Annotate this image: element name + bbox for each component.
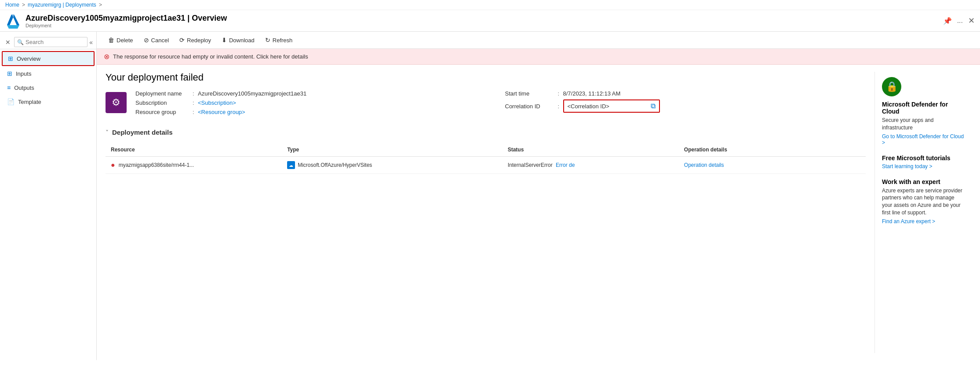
- refresh-button[interactable]: ↻ Refresh: [261, 34, 297, 46]
- top-bar: AzureDiscovery1005myazmigproject1ae31 | …: [0, 10, 980, 32]
- breadcrumb-resource[interactable]: myazuremigrg | Deployments: [28, 2, 96, 8]
- main-content: Your deployment failed ⚙ Deployment name…: [97, 65, 980, 360]
- row-operation-link[interactable]: Operation details: [684, 162, 724, 168]
- col-header-resource: Resource: [111, 147, 287, 153]
- type-icon: ☁: [287, 161, 295, 169]
- correlation-label: Correlation ID: [505, 103, 558, 110]
- deployment-icon: ⚙: [106, 92, 127, 113]
- redeploy-button[interactable]: ⟳ Redeploy: [175, 34, 215, 46]
- info-row-correlation: Correlation ID : <Correlation ID> ⧉: [505, 99, 866, 113]
- template-icon: 📄: [7, 98, 15, 105]
- resource-group-label: Resource group: [135, 109, 193, 115]
- resource-group-link[interactable]: <Resource group>: [198, 109, 245, 115]
- info-row-start-time: Start time : 8/7/2023, 11:12:13 AM: [505, 90, 866, 97]
- table-wrapper: Resource Type Status Operation details ●…: [106, 143, 866, 174]
- breadcrumb-sep2: >: [99, 2, 102, 8]
- info-right: Start time : 8/7/2023, 11:12:13 AM Corre…: [505, 90, 866, 115]
- sidebar-item-label-template: Template: [18, 99, 41, 105]
- row-resource-value: myazmigsapp6386site/rrn44-1...: [119, 162, 194, 168]
- defender-section: 🔒 Microsoft Defender for Cloud Secure yo…: [882, 77, 964, 146]
- row-status-value: InternalServerError: [508, 162, 553, 168]
- search-box[interactable]: 🔍: [14, 37, 87, 47]
- start-time-colon: :: [558, 90, 563, 97]
- sidebar-chevron-icon[interactable]: «: [89, 39, 93, 46]
- sidebar-item-label-overview: Overview: [17, 55, 40, 62]
- tutorials-link[interactable]: Start learning today >: [882, 163, 964, 169]
- table-row: ● myazmigsapp6386site/rrn44-1... ☁ Micro…: [106, 157, 866, 174]
- close-icon[interactable]: ✕: [968, 16, 975, 26]
- expert-desc: Azure experts are service provider partn…: [882, 187, 964, 217]
- expert-link[interactable]: Find an Azure expert >: [882, 218, 964, 224]
- breadcrumb-sep1: >: [22, 2, 25, 8]
- correlation-value: <Correlation ID>: [568, 103, 647, 110]
- tutorials-heading: Free Microsoft tutorials: [882, 155, 964, 162]
- svg-marker-1: [13, 15, 19, 25]
- alert-message: The response for resource had empty or i…: [113, 53, 308, 60]
- info-row-subscription: Subscription : <Subscription>: [135, 99, 496, 106]
- table-header: Resource Type Status Operation details: [106, 143, 866, 157]
- name-label: Deployment name: [135, 90, 193, 97]
- correlation-box: <Correlation ID> ⧉: [563, 99, 660, 113]
- col-status: InternalServerError Error de: [508, 162, 684, 168]
- row-error-link[interactable]: Error de: [556, 162, 575, 168]
- copy-icon[interactable]: ⧉: [651, 102, 656, 110]
- delete-button[interactable]: 🗑 Delete: [104, 34, 138, 46]
- defender-desc: Secure your apps and infrastructure: [882, 117, 964, 132]
- cancel-button[interactable]: ⊘ Cancel: [139, 34, 173, 46]
- cancel-icon: ⊘: [144, 37, 149, 44]
- tutorials-section: Free Microsoft tutorials Start learning …: [882, 155, 964, 169]
- alert-icon: ⊗: [104, 52, 109, 61]
- resource-group-colon: :: [193, 109, 198, 115]
- sidebar-item-label-inputs: Inputs: [16, 70, 31, 77]
- redeploy-icon: ⟳: [179, 37, 185, 44]
- svg-marker-3: [7, 15, 14, 25]
- pin-icon[interactable]: 📌: [943, 17, 952, 25]
- deployment-failed-title: Your deployment failed: [106, 72, 866, 83]
- col-header-status: Status: [508, 147, 684, 153]
- content-area: 🗑 Delete ⊘ Cancel ⟳ Redeploy ⬇ Download …: [97, 32, 980, 360]
- defender-heading: Microsoft Defender for Cloud: [882, 101, 964, 115]
- sidebar-item-outputs[interactable]: ≡ Outputs: [2, 81, 95, 94]
- details-title: Deployment details: [112, 129, 173, 136]
- sidebar-item-label-outputs: Outputs: [14, 85, 34, 91]
- sidebar-item-overview[interactable]: ⊞ Overview: [2, 51, 95, 66]
- subscription-link[interactable]: <Subscription>: [198, 99, 236, 106]
- main-layout: ✕ 🔍 « ⊞ Overview ⊞ Inputs ≡ Outputs 📄 Te…: [0, 32, 980, 360]
- col-header-type: Type: [287, 147, 507, 153]
- title-actions: 📌 ... ✕: [943, 16, 975, 26]
- defender-logo: 🔒: [882, 77, 901, 96]
- sidebar-item-template[interactable]: 📄 Template: [2, 95, 95, 108]
- search-input[interactable]: [26, 39, 84, 45]
- svg-marker-2: [7, 25, 19, 29]
- info-left: Deployment name : AzureDiscovery1005myaz…: [135, 90, 496, 118]
- info-row-resource-group: Resource group : <Resource group>: [135, 109, 496, 115]
- details-chevron-icon: ˅: [106, 129, 109, 136]
- sidebar-close-icon[interactable]: ✕: [4, 38, 12, 47]
- subscription-label: Subscription: [135, 99, 193, 106]
- overview-icon: ⊞: [8, 55, 13, 62]
- sidebar-top: ✕ 🔍 «: [0, 35, 96, 49]
- breadcrumb-home[interactable]: Home: [5, 2, 19, 8]
- details-section-header[interactable]: ˅ Deployment details: [106, 129, 866, 136]
- inputs-icon: ⊞: [7, 70, 12, 77]
- app-logo: [5, 13, 21, 29]
- download-button[interactable]: ⬇ Download: [217, 34, 259, 46]
- search-icon: 🔍: [17, 39, 24, 45]
- col-type: ☁ Microsoft.OffAzure/HyperVSites: [287, 161, 507, 169]
- col-header-operation: Operation details: [684, 147, 860, 153]
- start-time-label: Start time: [505, 90, 558, 97]
- expert-section: Work with an expert Azure experts are se…: [882, 178, 964, 224]
- name-value: AzureDiscovery1005myazmigproject1ae31: [198, 90, 306, 97]
- expert-heading: Work with an expert: [882, 178, 964, 185]
- sidebar-item-inputs[interactable]: ⊞ Inputs: [2, 67, 95, 80]
- row-error-icon: ●: [111, 161, 115, 169]
- subscription-colon: :: [193, 99, 198, 106]
- more-icon[interactable]: ...: [957, 17, 963, 25]
- row-type-value: Microsoft.OffAzure/HyperVSites: [298, 162, 372, 168]
- alert-bar[interactable]: ⊗ The response for resource had empty or…: [97, 49, 980, 65]
- deployment-info: ⚙ Deployment name : AzureDiscovery1005my…: [106, 90, 866, 118]
- toolbar: 🗑 Delete ⊘ Cancel ⟳ Redeploy ⬇ Download …: [97, 32, 980, 49]
- title-block: AzureDiscovery1005myazmigproject1ae31 | …: [26, 14, 943, 28]
- defender-link[interactable]: Go to Microsoft Defender for Cloud >: [882, 133, 964, 146]
- outputs-icon: ≡: [7, 84, 11, 91]
